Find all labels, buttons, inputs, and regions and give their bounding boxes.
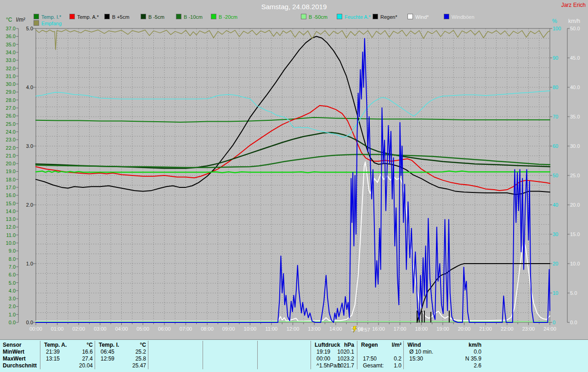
- axis-tick-label: 40: [553, 202, 558, 208]
- windboeen-swatch-icon: [444, 14, 449, 19]
- table-cell: 25.47: [97, 362, 146, 369]
- axis-tick-label: 80: [553, 85, 558, 90]
- table-cell: 2.6: [406, 362, 481, 369]
- table-cell: 25.2: [97, 349, 146, 355]
- legend-label: B -5cm: [148, 14, 164, 20]
- legend-item-b-minus10[interactable]: B -10cm: [176, 14, 203, 19]
- axis-tick-label: 31.0: [6, 73, 16, 79]
- event-marker: 14:57: [352, 326, 370, 333]
- axis-tick-label: 29.0: [6, 89, 16, 95]
- axis-tick-label: 19:00: [436, 326, 449, 332]
- axis-tick-label: 13.0: [6, 216, 16, 222]
- axis-tick-label: 0.0: [26, 320, 33, 325]
- axis-tick-label: 03:00: [94, 326, 107, 332]
- axis-tick-label: 40.0: [570, 85, 580, 90]
- table-separator: [203, 341, 203, 369]
- table-cell: Durchschnitt: [3, 362, 40, 369]
- stats-table: SensorMinWertMaxWertDurchschnittTemp. A.…: [0, 339, 588, 372]
- axis-tick-label: 11:00: [266, 326, 278, 332]
- axis-tick-label: 10.0: [6, 240, 16, 246]
- table-cell: 16.6: [42, 349, 93, 355]
- b-minus20-swatch-icon: [211, 14, 216, 19]
- axis-tick-label: 5.0: [9, 280, 16, 286]
- axis-tick-label: 8.0: [9, 256, 16, 262]
- table-cell: °C: [97, 342, 146, 348]
- legend-item-temp-a[interactable]: Temp. A.*: [69, 14, 99, 19]
- b-minus50-swatch-icon: [301, 14, 306, 19]
- axis-tick-label: 22:00: [501, 326, 514, 332]
- legend-label: Windböen: [452, 14, 475, 20]
- axis-tick-label: 15.0: [570, 231, 580, 237]
- table-cell: Sensor: [3, 342, 40, 348]
- axis-tick-label: 34.0: [6, 50, 16, 55]
- axis-tick-label: 17.0: [6, 185, 16, 190]
- legend-item-empfang[interactable]: Empfang: [34, 20, 62, 26]
- axis-tick-label: 11.0: [6, 232, 16, 238]
- page-title: Samstag, 24.08.2019: [0, 3, 588, 11]
- legend-item-b-plus5[interactable]: B +5cm: [104, 14, 130, 19]
- legend-label: Feuchte A.*: [345, 14, 371, 20]
- table-cell: 1.0: [359, 362, 401, 369]
- legend-item-b-minus50[interactable]: B -50cm: [301, 14, 328, 19]
- axis-tick-label: 35.0: [570, 114, 580, 119]
- lightning-icon: [352, 326, 357, 333]
- table-separator: [95, 341, 95, 369]
- axis-tick-label: 24.0: [6, 129, 16, 135]
- weather-app-window: 37.036.035.034.033.032.031.030.029.028.0…: [0, 0, 588, 372]
- axis-tick-label: 00:00: [29, 326, 42, 332]
- table-cell: N 35.9: [406, 355, 481, 362]
- axis-tick-label: 21.0: [6, 153, 16, 158]
- wind-swatch-icon: [407, 14, 413, 19]
- axis-tick-label: 14.0: [6, 209, 16, 214]
- legend-label: Temp. A.*: [77, 14, 99, 20]
- axis-tick-label: 1.0: [26, 261, 33, 266]
- axis-tick-label: 7.0: [9, 264, 16, 270]
- axis-tick-label: 04:00: [115, 326, 128, 332]
- table-cell: MinWert: [3, 349, 40, 355]
- legend-item-windboeen[interactable]: Windböen: [444, 14, 475, 19]
- axis-tick-label: 0: [553, 320, 555, 325]
- series-b_p5: [36, 36, 550, 194]
- table-cell: l/m²: [359, 342, 401, 348]
- axis-tick-label: 16.0: [6, 192, 16, 198]
- table-cell: 0.2: [359, 355, 401, 362]
- axis-tick-label: 3.0: [26, 143, 33, 149]
- axis-tick-label: 20:00: [458, 326, 471, 332]
- axis-tick-label: 07:00: [180, 326, 192, 332]
- legend-item-b-minus5[interactable]: B -5cm: [141, 14, 164, 19]
- legend-item-b-minus20[interactable]: B -20cm: [211, 14, 237, 19]
- axis-tick-label: 09:00: [222, 326, 235, 332]
- axis-tick-label: 5.0: [26, 26, 33, 31]
- axis-tick-label: 4.0: [9, 288, 16, 293]
- b-plus5-swatch-icon: [104, 14, 110, 19]
- axis-tick-label: 17:00: [394, 326, 407, 332]
- legend-item-regen[interactable]: Regen*: [373, 14, 397, 19]
- axis-tick-label: 50.0: [570, 26, 580, 31]
- legend-item-feuchte-a[interactable]: Feuchte A.*: [337, 14, 371, 19]
- legend-label: B -10cm: [184, 14, 203, 20]
- feuchte-a-swatch-icon: [337, 14, 342, 19]
- axis-tick-label: 37.0: [6, 26, 16, 31]
- legend-item-wind[interactable]: Wind*: [407, 14, 429, 19]
- table-separator: [357, 341, 357, 369]
- table-cell: 1023.2: [313, 355, 354, 362]
- axis-tick-label: 05:00: [136, 326, 149, 332]
- axis-tick-label: 2.0: [26, 202, 33, 208]
- table-cell: km/h: [406, 342, 481, 348]
- legend-item-temp-i[interactable]: Temp. I.*: [34, 14, 61, 19]
- axis-tick-label: 30.0: [6, 81, 16, 87]
- axis-unit-temp: °C: [6, 17, 12, 23]
- series-empfang: [36, 30, 550, 50]
- table-separator: [403, 341, 404, 369]
- axis-tick-label: 30: [553, 231, 558, 237]
- axis-tick-label: 18.0: [6, 177, 16, 182]
- weather-chart: 37.036.035.034.033.032.031.030.029.028.0…: [0, 0, 588, 340]
- regen-swatch-icon: [373, 14, 378, 19]
- b-minus5-swatch-icon: [141, 14, 146, 19]
- axis-tick-label: 16:00: [372, 326, 385, 332]
- legend-label: B -20cm: [219, 14, 237, 20]
- table-cell: 25.8: [97, 355, 146, 362]
- axis-tick-label: 5.0: [570, 290, 577, 296]
- axis-tick-label: 0.0: [9, 320, 16, 325]
- axis-tick-label: 20.0: [6, 161, 16, 166]
